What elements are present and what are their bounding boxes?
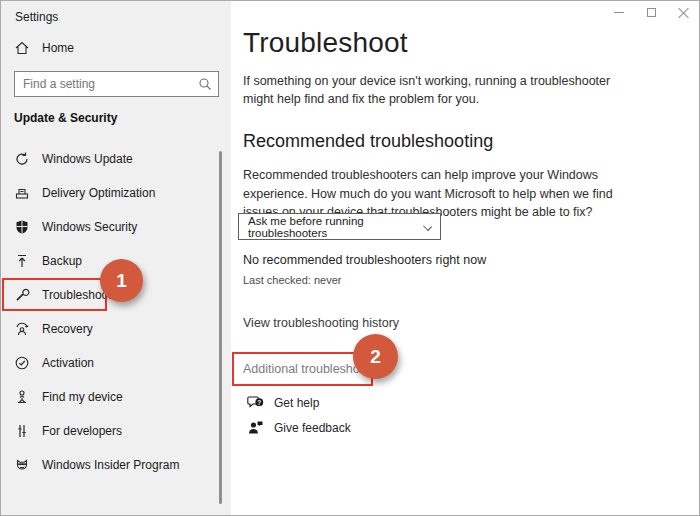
sidebar-item-for-developers[interactable]: For developers — [1, 414, 231, 448]
last-checked-text: Last checked: never — [243, 274, 341, 286]
give-feedback-link[interactable]: Give feedback — [247, 419, 351, 436]
recommended-troubleshooting-heading: Recommended troubleshooting — [243, 131, 493, 152]
shield-icon — [14, 219, 30, 235]
get-help-link[interactable]: ? Get help — [247, 394, 319, 411]
sidebar-item-label: Home — [42, 41, 74, 55]
delivery-icon — [14, 185, 30, 201]
minimize-button[interactable] — [603, 1, 635, 24]
settings-window: Settings Home Update & Security Windows … — [0, 0, 700, 516]
maximize-button[interactable] — [635, 1, 667, 24]
close-button[interactable] — [667, 1, 699, 24]
view-troubleshooting-history-link[interactable]: View troubleshooting history — [243, 316, 399, 330]
minimize-icon — [614, 12, 624, 13]
annotation-step-number: 1 — [116, 270, 127, 292]
sidebar-item-label: Recovery — [42, 322, 93, 336]
recommended-status-text: No recommended troubleshooters right now — [243, 253, 486, 267]
sidebar-item-home[interactable]: Home — [1, 35, 231, 61]
sidebar-item-label: Delivery Optimization — [42, 186, 155, 200]
backup-arrow-icon — [14, 253, 30, 269]
page-description: If something on your device isn't workin… — [243, 72, 610, 108]
footer-link-label: Give feedback — [274, 421, 351, 435]
main-content: Troubleshoot If something on your device… — [231, 1, 700, 515]
search-icon[interactable] — [198, 77, 212, 91]
sidebar-item-activation[interactable]: Activation — [1, 346, 231, 380]
page-title: Troubleshoot — [243, 27, 408, 59]
feedback-person-icon — [247, 419, 265, 436]
sidebar: Settings Home Update & Security Windows … — [1, 1, 231, 515]
checkmark-circle-icon — [14, 355, 30, 371]
sidebar-item-find-my-device[interactable]: Find my device — [1, 380, 231, 414]
search-input[interactable] — [14, 71, 219, 97]
annotation-highlight-troubleshoot — [2, 278, 107, 311]
sidebar-item-label: For developers — [42, 424, 122, 438]
insider-cat-icon — [14, 457, 30, 473]
sidebar-section-label: Update & Security — [14, 111, 117, 125]
annotation-highlight-additional-troubleshooters — [232, 352, 373, 386]
sidebar-item-label: Windows Insider Program — [42, 458, 179, 472]
sidebar-item-windows-insider-program[interactable]: Windows Insider Program — [1, 448, 231, 482]
search-box — [14, 71, 219, 97]
window-controls — [603, 1, 699, 24]
sidebar-item-label: Windows Update — [42, 152, 133, 166]
annotation-step-2-badge: 2 — [353, 334, 398, 379]
dropdown-selected-value: Ask me before running troubleshooters — [248, 215, 416, 239]
sidebar-item-delivery-optimization[interactable]: Delivery Optimization — [1, 176, 231, 210]
footer-link-label: Get help — [274, 396, 319, 410]
sidebar-item-label: Activation — [42, 356, 94, 370]
home-icon — [14, 40, 30, 56]
sidebar-item-label: Find my device — [42, 390, 123, 404]
sidebar-item-label: Windows Security — [42, 220, 137, 234]
troubleshooter-preference-dropdown[interactable]: Ask me before running troubleshooters — [238, 213, 441, 240]
chevron-down-icon — [423, 222, 432, 231]
sidebar-item-windows-security[interactable]: Windows Security — [1, 210, 231, 244]
app-title: Settings — [15, 10, 58, 24]
annotation-step-number: 2 — [370, 346, 381, 368]
sidebar-item-windows-update[interactable]: Windows Update — [1, 142, 231, 176]
sidebar-item-recovery[interactable]: Recovery — [1, 312, 231, 346]
maximize-icon — [647, 8, 656, 17]
dev-sliders-icon — [14, 423, 30, 439]
help-bubble-icon: ? — [247, 394, 265, 411]
locate-person-icon — [14, 389, 30, 405]
refresh-icon — [14, 151, 30, 167]
recovery-icon — [14, 321, 30, 337]
svg-text:?: ? — [257, 399, 261, 406]
sidebar-scrollbar[interactable] — [219, 151, 222, 504]
sidebar-nav: Windows Update Delivery Optimization Win… — [1, 142, 231, 482]
annotation-step-1-badge: 1 — [100, 259, 143, 302]
sidebar-item-label: Backup — [42, 254, 82, 268]
close-icon — [678, 7, 689, 18]
